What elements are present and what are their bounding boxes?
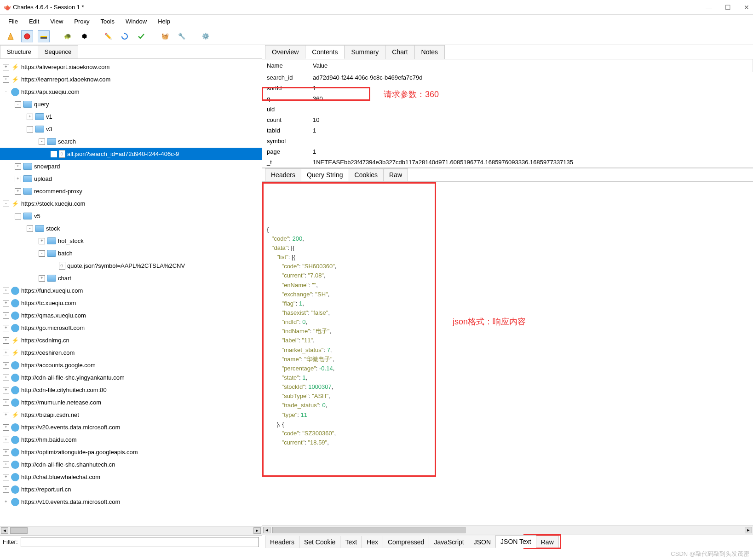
- expander-icon[interactable]: -: [3, 201, 9, 207]
- expander-icon[interactable]: +: [3, 375, 9, 381]
- expander-icon[interactable]: +: [3, 337, 9, 344]
- tree-row[interactable]: -stock: [0, 222, 262, 235]
- stop-button[interactable]: ⬢: [78, 30, 90, 42]
- tree-row[interactable]: +https://optimizationguide-pa.googleapis…: [0, 446, 262, 458]
- tab-hex[interactable]: Hex: [362, 536, 383, 548]
- tree-row[interactable]: +⚡https://alivereport.xiaoeknow.com: [0, 61, 262, 73]
- expander-icon[interactable]: +: [3, 486, 9, 493]
- json-hscroll[interactable]: ◄ ►: [262, 525, 753, 535]
- tree-row[interactable]: +https://tc.xueqiu.com: [0, 297, 262, 309]
- tab-json-text[interactable]: JSON Text: [495, 535, 536, 548]
- refresh-button[interactable]: [119, 30, 131, 42]
- tab-notes[interactable]: Notes: [414, 45, 445, 59]
- horizontal-scrollbar[interactable]: ◄ ►: [0, 526, 262, 535]
- tree-row[interactable]: -v3: [0, 123, 262, 135]
- menu-help[interactable]: Help: [153, 16, 175, 27]
- expander-icon[interactable]: +: [3, 288, 9, 294]
- tree-row[interactable]: -https://api.xueqiu.com: [0, 86, 262, 98]
- expander-icon[interactable]: -: [15, 213, 21, 219]
- expander-icon[interactable]: -: [39, 139, 45, 145]
- tree-row[interactable]: +https://report.url.cn: [0, 483, 262, 496]
- expander-icon[interactable]: [51, 151, 57, 157]
- tab-headers[interactable]: Headers: [265, 536, 299, 548]
- tab-cookies[interactable]: Cookies: [349, 168, 384, 181]
- tree-row[interactable]: +upload: [0, 173, 262, 185]
- expander-icon[interactable]: +: [39, 275, 45, 282]
- tree-row[interactable]: -query: [0, 98, 262, 110]
- col-name-header[interactable]: Name: [262, 59, 308, 72]
- scroll-left-arrow[interactable]: ◄: [263, 527, 270, 533]
- filter-input[interactable]: [21, 537, 259, 547]
- tree-row[interactable]: +https://mumu.nie.netease.com: [0, 396, 262, 409]
- tree-row[interactable]: +⚡https://learnreport.xiaoeknow.com: [0, 73, 262, 86]
- tree-row[interactable]: +⚡https://bizapi.csdn.net: [0, 409, 262, 421]
- tree-row[interactable]: +https://fund.xueqiu.com: [0, 284, 262, 297]
- tree-row[interactable]: +http://chat.bluewhalechat.com: [0, 471, 262, 483]
- scroll-thumb[interactable]: [10, 527, 28, 534]
- edit-button[interactable]: ✏️: [102, 30, 114, 42]
- tab-sequence[interactable]: Sequence: [38, 45, 79, 58]
- tools-button[interactable]: 🔧: [176, 30, 188, 42]
- expander-icon[interactable]: -: [27, 225, 33, 232]
- expander-icon[interactable]: +: [3, 424, 9, 431]
- basket-button[interactable]: 🧺: [159, 30, 171, 42]
- expander-icon[interactable]: -: [27, 126, 33, 133]
- expander-icon[interactable]: +: [3, 325, 9, 331]
- expander-icon[interactable]: +: [3, 362, 9, 369]
- tree-row[interactable]: +hot_stock: [0, 235, 262, 247]
- menu-tools[interactable]: Tools: [96, 16, 119, 27]
- tab-text[interactable]: Text: [340, 536, 362, 548]
- minimize-button[interactable]: —: [706, 4, 712, 11]
- grid-row[interactable]: q360: [262, 93, 753, 104]
- menu-view[interactable]: View: [46, 16, 68, 27]
- turtle-button[interactable]: 🐢: [62, 30, 74, 42]
- tab-structure[interactable]: Structure: [0, 45, 38, 58]
- settings-button[interactable]: ⚙️: [200, 30, 212, 42]
- tree-row[interactable]: +http://cdn-file.cityhuitech.com:80: [0, 384, 262, 396]
- json-text-pane[interactable]: json格式：响应内容 { "code": 200, "data": [{ "l…: [262, 182, 753, 525]
- tree-row[interactable]: quote.json?symbol=AAPL%2CTSLA%2CNV: [0, 260, 262, 272]
- tab-query-string[interactable]: Query String: [301, 168, 349, 181]
- tab-set-cookie[interactable]: Set Cookie: [299, 536, 340, 548]
- tree-row[interactable]: +https://go.microsoft.com: [0, 322, 262, 334]
- expander-icon[interactable]: +: [39, 238, 45, 244]
- expander-icon[interactable]: +: [3, 412, 9, 418]
- grid-row[interactable]: uid: [262, 104, 753, 115]
- tree-row[interactable]: +https://qmas.xueqiu.com: [0, 309, 262, 322]
- tree-row[interactable]: -⚡https://stock.xueqiu.com: [0, 197, 262, 210]
- grid-row[interactable]: page1: [262, 146, 753, 157]
- expander-icon[interactable]: [51, 263, 57, 269]
- record-button[interactable]: [21, 30, 33, 42]
- expander-icon[interactable]: +: [3, 474, 9, 480]
- tree-row[interactable]: -batch: [0, 247, 262, 260]
- throttle-button[interactable]: [38, 30, 50, 42]
- tree-row[interactable]: +https://v10.events.data.microsoft.com: [0, 496, 262, 508]
- tab-chart[interactable]: Chart: [385, 45, 414, 59]
- tab-compressed[interactable]: Compressed: [383, 536, 429, 548]
- expander-icon[interactable]: +: [3, 387, 9, 393]
- menu-edit[interactable]: Edit: [24, 16, 44, 27]
- tab-raw[interactable]: Raw: [536, 536, 559, 548]
- tab-raw[interactable]: Raw: [383, 168, 408, 181]
- tree-row[interactable]: +https://hm.baidu.com: [0, 433, 262, 446]
- tab-javascript[interactable]: JavaScript: [429, 536, 469, 548]
- tree-row[interactable]: +v1: [0, 110, 262, 123]
- grid-row[interactable]: search_idad72d940-f244-406c-9c8c-b469efa…: [262, 72, 753, 83]
- tab-summary[interactable]: Summary: [344, 45, 385, 59]
- tree-row[interactable]: +recommend-proxy: [0, 185, 262, 197]
- scroll-left-arrow[interactable]: ◄: [1, 527, 8, 534]
- structure-tree[interactable]: +⚡https://alivereport.xiaoeknow.com+⚡htt…: [0, 59, 262, 526]
- expander-icon[interactable]: +: [3, 462, 9, 468]
- menu-file[interactable]: File: [4, 16, 23, 27]
- tab-overview[interactable]: Overview: [265, 45, 305, 59]
- scroll-right-arrow[interactable]: ►: [745, 527, 752, 533]
- expander-icon[interactable]: +: [3, 449, 9, 456]
- menu-window[interactable]: Window: [121, 16, 151, 27]
- scroll-right-arrow[interactable]: ►: [253, 527, 261, 534]
- expander-icon[interactable]: +: [3, 312, 9, 319]
- tree-row[interactable]: +⚡https://csdnimg.cn: [0, 334, 262, 346]
- tree-row[interactable]: +https://v20.events.data.microsoft.com: [0, 421, 262, 433]
- tree-row[interactable]: +snowpard: [0, 160, 262, 173]
- tab-headers[interactable]: Headers: [265, 168, 301, 181]
- expander-icon[interactable]: -: [3, 89, 9, 95]
